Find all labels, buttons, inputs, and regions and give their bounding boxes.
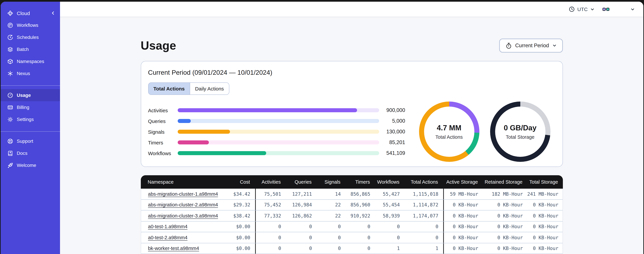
sidebar: Cloud WorkflowsSchedulesBatchNamespacesN… (1, 2, 60, 254)
cell-workflows: 58,939 (375, 210, 404, 221)
table-row: abs-migration-cluster-2.a98mm4$29.3275,4… (141, 200, 562, 210)
app-root: Cloud WorkflowsSchedulesBatchNamespacesN… (0, 0, 644, 254)
column-header-queries: Queries (286, 175, 316, 189)
column-header-workflows: Workflows (375, 175, 404, 189)
cell-active_storage: 0 KB-Hour (443, 200, 483, 210)
support-icon (8, 138, 13, 144)
bar-row-timers: Timers85,201 (148, 137, 405, 148)
table-row: a0-test-2.a98mm4$0.000000000 KB-Hour0 KB… (141, 232, 562, 243)
sidebar-item-schedules[interactable]: Schedules (1, 31, 60, 43)
table-row: abs-migration-cluster-3.a98mm4$38.4277,3… (141, 210, 562, 221)
table-header-row: NamespaceCostActivitiesQueriesSignalsTim… (141, 175, 563, 189)
cell-queries: 0 (286, 243, 317, 254)
namespace-usage-table: NamespaceCostActivitiesQueriesSignalsTim… (141, 175, 563, 254)
usage-summary-card: Current Period (09/01/2024 — 10/01/2024)… (141, 61, 563, 167)
cell-activities: 0 (255, 221, 286, 232)
brand-label: Cloud (17, 10, 30, 16)
namespace-link[interactable]: abs-migration-cluster-2.a98mm4 (148, 202, 218, 208)
namespace-link[interactable]: abs-migration-cluster-1.a98mm4 (148, 191, 218, 197)
cell-cost: $0.00 (226, 243, 255, 254)
chevron-down-icon (630, 7, 634, 11)
timezone-label: UTC (577, 6, 588, 12)
column-header-cost: Cost (226, 175, 254, 189)
namespace-link[interactable]: bk-worker-test.a98mm4 (148, 246, 199, 251)
donut-center: 0 GB/DayTotal Storage (490, 102, 550, 162)
cell-timers: 0 (346, 221, 375, 232)
sidebar-item-docs[interactable]: Docs (1, 147, 60, 159)
cell-timers: 910,922 (346, 210, 375, 221)
sidebar-item-label: Usage (17, 92, 31, 98)
cell-total_storage: 241 MB-Hour (528, 189, 563, 199)
batch-icon (8, 46, 13, 52)
schedules-icon (8, 34, 13, 40)
donut-chart-total-storage: 0 GB/DayTotal Storage (490, 102, 550, 162)
cell-workflows: 1 (375, 243, 404, 254)
usage-icon (8, 92, 13, 98)
period-selector-button[interactable]: Current Period (499, 38, 563, 52)
column-header-namespace: Namespace (141, 175, 226, 189)
cell-total_storage: 0 KB-Hour (528, 243, 563, 254)
sidebar-item-usage[interactable]: Usage (1, 89, 60, 101)
bar-fill (178, 108, 357, 112)
usage-bar-chart: Activities900,000Queries5,000Signals130,… (148, 105, 405, 158)
column-header-timers: Timers (345, 175, 375, 189)
cell-timers: 0 (346, 243, 375, 254)
sidebar-item-settings[interactable]: Settings (1, 113, 60, 125)
glasses-icon-button[interactable] (602, 7, 610, 12)
cell-total_actions: 1,174,077 (404, 210, 443, 221)
tab-daily-actions[interactable]: Daily Actions (190, 83, 229, 94)
bar-track (178, 108, 379, 112)
donut-chart-total-actions: 4.7 MMTotal Actions (419, 102, 479, 162)
column-header-retained-storage: Retained Storage (482, 175, 527, 189)
sidebar-item-welcome[interactable]: Welcome (1, 159, 60, 171)
table-row: a0-test-1.a98mm4$0.000000000 KB-Hour0 KB… (141, 221, 562, 232)
cell-signals: 22 (317, 200, 346, 210)
sidebar-item-nexus[interactable]: Nexus (1, 67, 60, 80)
timezone-selector[interactable]: UTC (569, 6, 594, 12)
cell-retained_storage: 0 KB-Hour (483, 210, 528, 221)
docs-icon (8, 150, 13, 156)
bar-track (178, 130, 379, 134)
cell-total_actions: 1 (404, 243, 443, 254)
clock-icon (569, 6, 574, 12)
cell-activities: 75,501 (255, 189, 286, 199)
column-header-signals: Signals (316, 175, 345, 189)
sidebar-item-batch[interactable]: Batch (1, 43, 60, 55)
sidebar-item-label: Nexus (17, 71, 30, 76)
sidebar-brand: Cloud (1, 7, 60, 19)
cell-active_storage: 59 MB-Hour (443, 189, 483, 199)
tab-total-actions[interactable]: Total Actions (148, 83, 190, 94)
cell-namespace: a0-test-1.a98mm4 (141, 221, 226, 232)
chevron-down-icon (590, 7, 594, 11)
column-header-total-actions: Total Actions (404, 175, 443, 189)
sidebar-item-label: Settings (17, 116, 34, 122)
user-menu[interactable] (618, 4, 634, 14)
sidebar-item-support[interactable]: Support (1, 135, 60, 147)
namespace-link[interactable]: abs-migration-cluster-3.a98mm4 (148, 213, 218, 218)
cell-namespace: a0-test-2.a98mm4 (141, 232, 226, 243)
bar-label: Workflows (148, 150, 178, 156)
cell-retained_storage: 0 KB-Hour (483, 243, 528, 254)
cell-total_storage: 0 KB-Hour (528, 221, 563, 232)
sidebar-divider (1, 86, 60, 86)
bar-label: Activities (148, 108, 178, 113)
bar-label: Queries (148, 118, 178, 124)
namespace-link[interactable]: a0-test-1.a98mm4 (148, 224, 188, 229)
cell-total_actions: 0 (404, 232, 443, 243)
sidebar-item-billing[interactable]: Billing (1, 101, 60, 113)
cell-total_storage: 0 KB-Hour (528, 200, 563, 210)
sidebar-item-workflows[interactable]: Workflows (1, 19, 60, 31)
cell-queries: 127,211 (286, 189, 317, 199)
sidebar-nav: WorkflowsSchedulesBatchNamespacesNexusUs… (1, 19, 60, 171)
bar-row-signals: Signals130,000 (148, 126, 405, 137)
nexus-icon (8, 70, 13, 76)
cell-active_storage: 0 KB-Hour (443, 243, 483, 254)
cell-signals: 14 (317, 189, 346, 199)
workflows-icon (8, 22, 13, 28)
bar-track (178, 119, 379, 123)
sidebar-item-namespaces[interactable]: Namespaces (1, 55, 60, 67)
namespace-link[interactable]: a0-test-2.a98mm4 (148, 235, 188, 240)
donut-value: 0 GB/Day (504, 124, 536, 132)
sidebar-collapse-button[interactable] (50, 11, 55, 16)
cell-namespace: abs-migration-cluster-2.a98mm4 (141, 200, 226, 210)
